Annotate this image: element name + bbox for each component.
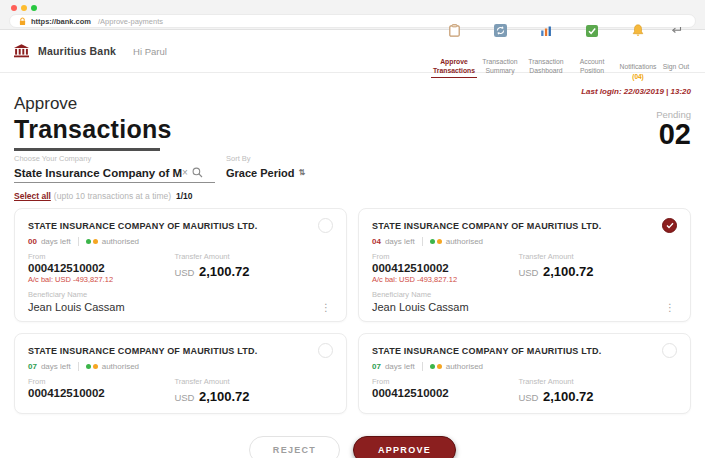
select-hint: (upto 10 transactions at a time) [54, 191, 171, 201]
title-underline [14, 148, 160, 151]
select-radio-checked[interactable] [662, 218, 677, 233]
from-label: From [28, 377, 174, 386]
sync-icon [477, 24, 523, 37]
divider [78, 237, 79, 246]
select-radio[interactable] [662, 343, 677, 358]
bell-icon [615, 24, 661, 37]
status-dot-green [86, 364, 91, 369]
transaction-card: STATE INSURANCE COMPANY OF MAURITIUS LTD… [14, 333, 347, 414]
status-dot-orange [93, 364, 98, 369]
from-account: 000412510002 [28, 387, 174, 399]
clipboard-icon [431, 24, 477, 37]
sort-label: Sort By [226, 154, 305, 163]
nav-label: Sign Out [663, 62, 689, 71]
selection-count: 1/10 [176, 191, 193, 201]
nav-sign-out[interactable]: Sign Out [661, 21, 691, 73]
transfer-amount: 2,100.72 [543, 264, 594, 279]
from-account: 000412510002 [28, 262, 174, 274]
account-balance: A/c bal: USD -493,827.12 [372, 275, 518, 284]
notification-count-badge: (04) [615, 73, 661, 81]
days-left-value: 07 [28, 362, 37, 371]
card-company-name: STATE INSURANCE COMPANY OF MAURITIUS LTD… [28, 346, 257, 356]
bar-chart-icon [523, 24, 569, 37]
sign-out-icon [661, 24, 691, 37]
from-label: From [28, 252, 174, 261]
transaction-card: STATE INSURANCE COMPANY OF MAURITIUS LTD… [358, 333, 691, 414]
minimize-window-button[interactable] [21, 5, 27, 11]
card-company-name: STATE INSURANCE COMPANY OF MAURITIUS LTD… [372, 346, 601, 356]
page-title-line1: Approve [14, 94, 172, 114]
from-label: From [372, 252, 518, 261]
status-label: authorised [446, 237, 483, 246]
from-account: 000412510002 [372, 387, 518, 399]
transfer-amount-label: Transfer Amount [174, 377, 249, 386]
transaction-card: STATE INSURANCE COMPANY OF MAURITIUS LTD… [358, 208, 691, 322]
kebab-menu-icon[interactable]: ⋮ [663, 303, 677, 313]
transfer-amount-label: Transfer Amount [518, 252, 593, 261]
status-label: authorised [102, 237, 139, 246]
main-nav: Approve Transactions Transaction Summary [431, 21, 691, 81]
status-dot-orange [437, 364, 442, 369]
url-host: https://bank.com [31, 17, 91, 26]
select-radio[interactable] [318, 218, 333, 233]
main-content: Approve Transactions Last login: 22/03/2… [0, 73, 705, 458]
lock-icon [19, 17, 26, 26]
bank-logo-icon [14, 44, 29, 58]
nav-transaction-dashboard[interactable]: Transaction Dashboard [523, 21, 569, 77]
from-account: 000412510002 [372, 262, 518, 274]
status-label: authorised [446, 362, 483, 371]
reject-button[interactable]: REJECT [249, 436, 340, 458]
transfer-amount: 2,100.72 [543, 389, 594, 404]
beneficiary-label: Beneficiary Name [372, 290, 469, 299]
window-controls [11, 5, 696, 11]
beneficiary-name: Jean Louis Cassam [28, 301, 125, 313]
select-radio[interactable] [318, 343, 333, 358]
days-left-value: 00 [28, 237, 37, 246]
approve-button[interactable]: APPROVE [353, 436, 456, 458]
check-icon [666, 222, 674, 229]
kebab-menu-icon[interactable]: ⋮ [319, 303, 333, 313]
days-left-label: days left [385, 362, 415, 371]
sort-arrows-icon: ⇅ [298, 168, 305, 177]
status-dot-green [430, 364, 435, 369]
status-dot-orange [93, 239, 98, 244]
company-filter: Choose Your Company × [14, 154, 215, 183]
transfer-amount: 2,100.72 [199, 389, 250, 404]
nav-approve-transactions[interactable]: Approve Transactions [431, 21, 477, 78]
company-search-input[interactable] [14, 167, 182, 179]
status-dot-orange [437, 239, 442, 244]
nav-label: Transaction Dashboard [523, 57, 569, 75]
transfer-amount-label: Transfer Amount [174, 252, 249, 261]
days-left-value: 07 [372, 362, 381, 371]
select-all-link[interactable]: Select all [14, 191, 51, 201]
nav-account-position[interactable]: Account Position [569, 21, 615, 77]
sort-value: Grace Period [226, 167, 294, 179]
user-greeting: Hi Parul [133, 46, 167, 57]
nav-transaction-summary[interactable]: Transaction Summary [477, 21, 523, 77]
close-window-button[interactable] [11, 5, 17, 11]
days-left-label: days left [385, 237, 415, 246]
transaction-cards: STATE INSURANCE COMPANY OF MAURITIUS LTD… [14, 208, 691, 414]
pending-count: 02 [581, 120, 691, 149]
currency: USD [174, 392, 194, 403]
card-company-name: STATE INSURANCE COMPANY OF MAURITIUS LTD… [28, 221, 257, 231]
search-icon[interactable] [192, 167, 203, 178]
divider [422, 362, 423, 371]
status-dot-green [86, 239, 91, 244]
card-company-name: STATE INSURANCE COMPANY OF MAURITIUS LTD… [372, 221, 601, 231]
days-left-label: days left [41, 362, 71, 371]
zoom-window-button[interactable] [31, 5, 37, 11]
days-left-value: 04 [372, 237, 381, 246]
page-title-line2: Transactions [14, 115, 172, 144]
checkbox-icon [569, 24, 615, 37]
divider [78, 362, 79, 371]
sort-by-control[interactable]: Sort By Grace Period ⇅ [226, 154, 305, 179]
nav-label: Approve Transactions [431, 57, 477, 78]
nav-notifications[interactable]: Notifications (04) [615, 21, 661, 81]
app-header: Mauritius Bank Hi Parul Approve Transact… [0, 30, 705, 73]
clear-icon[interactable]: × [182, 168, 188, 178]
transfer-amount: 2,100.72 [199, 264, 250, 279]
transaction-card: STATE INSURANCE COMPANY OF MAURITIUS LTD… [14, 208, 347, 322]
beneficiary-name: Jean Louis Cassam [372, 301, 469, 313]
currency: USD [518, 392, 538, 403]
